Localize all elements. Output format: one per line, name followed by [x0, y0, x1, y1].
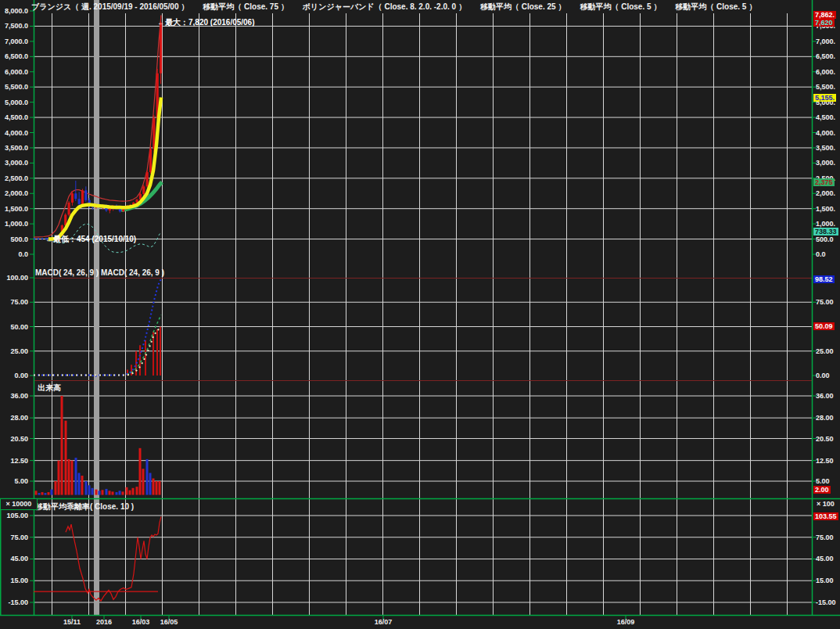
candle-body: [146, 172, 149, 186]
chart-canvas[interactable]: [0, 0, 840, 629]
candle-body: [142, 186, 145, 194]
volume-bar: [132, 488, 135, 495]
volume-bar: [156, 481, 158, 495]
volume-bar: [68, 459, 70, 495]
volume-bar: [112, 491, 114, 494]
volume-bar: [99, 491, 101, 494]
ma75-legend: 移動平均（ Close. 75 ）: [203, 2, 288, 11]
volume-bar: [142, 469, 145, 494]
bollinger-legend: ボリンジャーバンド（ Close. 8. 2.0. -2.0. 0 ）: [303, 2, 466, 11]
volume-bar: [85, 481, 88, 495]
selected-week-cursor[interactable]: [94, 0, 99, 615]
chart-application-window: ブランジス（ 週. 2015/09/19 - 2016/05/00 ）移動平均（…: [0, 0, 840, 629]
volume-bar: [139, 448, 142, 495]
candle-body: [81, 190, 84, 203]
ma5-legend-a: 移動平均（ Close. 5 ）: [580, 2, 661, 11]
volume-bar: [48, 492, 50, 495]
volume-bar: [119, 491, 121, 494]
volume-bar: [88, 485, 91, 494]
volume-bar: [146, 459, 149, 495]
candle-body: [68, 203, 70, 215]
deviation-panel-label: 移動平均乖離率( Close. 10 ): [35, 501, 134, 512]
volume-bar: [129, 491, 131, 495]
ma5-legend-b: 移動平均（ Close. 5 ）: [675, 2, 756, 11]
volume-bar: [58, 461, 60, 495]
candle-body: [74, 193, 77, 199]
volume-bar: [55, 481, 57, 495]
volume-bar: [126, 487, 128, 495]
candle-body: [160, 23, 162, 74]
volume-bar: [78, 473, 81, 495]
volume-bar: [41, 492, 44, 495]
volume-bar: [51, 490, 53, 495]
volume-bar: [38, 493, 41, 495]
volume-bar: [81, 476, 84, 495]
volume-bar: [71, 461, 74, 495]
volume-bar: [122, 491, 124, 494]
volume-bar: [95, 490, 98, 495]
volume-multiplier-left: × 10000: [0, 498, 38, 510]
candle-body: [78, 199, 81, 204]
volume-multiplier-right: × 100: [817, 500, 835, 508]
volume-bar: [45, 493, 47, 495]
volume-bar: [136, 487, 138, 495]
volume-bar: [109, 491, 111, 494]
volume-bar: [159, 481, 161, 495]
candle-body: [84, 190, 87, 199]
volume-bar: [149, 473, 152, 495]
volume-bar: [61, 396, 63, 495]
volume-bar: [65, 421, 67, 495]
volume-panel-label: 出来高: [38, 383, 61, 394]
volume-bar: [106, 489, 108, 495]
volume-bar: [102, 490, 104, 494]
volume-bar: [116, 492, 118, 495]
volume-bar: [153, 479, 155, 495]
macd-panel-label: MACD( 24, 26, 9 ) MACD( 24, 26, 9 ): [35, 268, 164, 277]
volume-bar: [35, 491, 38, 494]
ma25-legend: 移動平均（ Close. 25 ）: [480, 2, 565, 11]
candle-body: [149, 149, 152, 172]
chart-header: ブランジス（ 週. 2015/09/19 - 2016/05/00 ）移動平均（…: [31, 2, 770, 13]
symbol-period-label: ブランジス（ 週. 2015/09/19 - 2016/05/00 ）: [31, 2, 188, 11]
candle-body: [71, 193, 74, 203]
volume-bar: [92, 488, 94, 495]
volume-bar: [75, 458, 77, 495]
